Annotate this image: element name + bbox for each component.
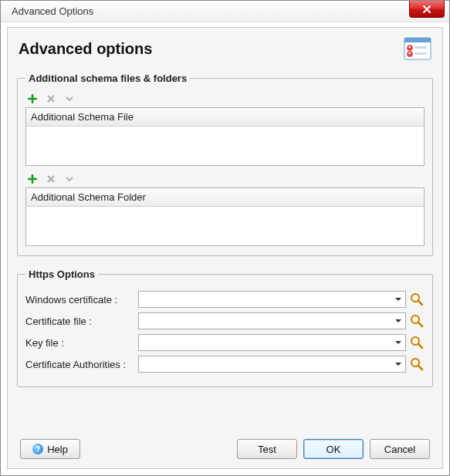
svg-point-9	[414, 318, 416, 320]
schema-folder-list[interactable]: Additional Schema Folder	[25, 187, 425, 246]
help-button[interactable]: ? Help	[20, 439, 80, 459]
row-certificate-file: Certificate file :	[25, 312, 425, 329]
dialog-content: Advanced options Additional schem	[1, 22, 449, 475]
key-file-dropdown[interactable]	[391, 335, 405, 350]
label-certificate-file: Certificate file :	[25, 316, 134, 327]
certificate-file-dropdown[interactable]	[391, 313, 405, 329]
page-title: Advanced options	[19, 40, 152, 58]
chevron-down-icon	[65, 94, 74, 103]
help-icon: ?	[32, 444, 43, 454]
test-button[interactable]: Test	[237, 439, 297, 459]
ok-button-label: OK	[327, 444, 341, 455]
close-icon	[422, 5, 431, 14]
key-file-input[interactable]	[138, 334, 406, 351]
schema-file-list[interactable]: Additional Schema File	[25, 107, 425, 166]
label-certificate-authorities: Certificate Authorities :	[25, 359, 134, 370]
svg-point-11	[414, 339, 416, 342]
folder-action-dropdown[interactable]	[64, 174, 75, 184]
x-icon	[46, 94, 56, 103]
chevron-down-icon	[394, 317, 402, 325]
https-fieldset: Https Options Windows certificate :	[17, 268, 433, 387]
https-legend: Https Options	[25, 268, 98, 280]
certificate-authorities-browse[interactable]	[409, 356, 425, 372]
search-icon	[410, 357, 424, 371]
remove-folder-button[interactable]	[46, 174, 56, 184]
search-icon	[410, 292, 424, 306]
dialog-header: Advanced options	[17, 35, 433, 68]
button-bar: ? Help Test OK Cancel	[17, 431, 433, 461]
chevron-down-icon	[394, 295, 402, 303]
svg-rect-5	[414, 52, 427, 55]
certificate-file-input[interactable]	[138, 312, 406, 329]
certificate-authorities-dropdown[interactable]	[391, 356, 405, 372]
remove-file-button[interactable]	[46, 93, 56, 104]
key-file-browse[interactable]	[409, 335, 425, 350]
title-bar: Advanced Options	[1, 1, 449, 22]
schema-folder-list-header: Additional Schema Folder	[26, 188, 424, 207]
window-title: Advanced Options	[12, 5, 93, 17]
chevron-down-icon	[65, 174, 74, 184]
windows-certificate-browse[interactable]	[409, 292, 425, 307]
row-certificate-authorities: Certificate Authorities :	[25, 356, 425, 373]
cancel-button[interactable]: Cancel	[370, 439, 430, 459]
schema-legend: Additional schema files & folders	[25, 73, 190, 84]
svg-rect-3	[414, 46, 427, 49]
schema-file-toolbar	[25, 90, 425, 107]
key-file-combo[interactable]	[138, 334, 406, 351]
windows-certificate-input[interactable]	[138, 291, 406, 308]
inner-panel: Advanced options Additional schem	[7, 27, 443, 469]
search-icon	[410, 336, 424, 349]
plus-icon	[28, 174, 37, 184]
add-file-button[interactable]	[27, 93, 38, 104]
ok-button[interactable]: OK	[303, 439, 364, 459]
certificate-authorities-input[interactable]	[138, 356, 406, 373]
svg-point-7	[414, 296, 416, 299]
help-button-label: Help	[47, 444, 68, 455]
plus-icon	[28, 94, 37, 103]
options-icon	[404, 37, 431, 60]
certificate-authorities-combo[interactable]	[138, 356, 406, 373]
x-icon	[46, 174, 56, 184]
windows-certificate-combo[interactable]	[138, 291, 406, 308]
certificate-file-browse[interactable]	[409, 313, 425, 329]
label-windows-certificate: Windows certificate :	[25, 294, 134, 306]
close-button[interactable]	[409, 1, 445, 18]
search-icon	[410, 314, 424, 328]
test-button-label: Test	[258, 444, 276, 455]
chevron-down-icon	[394, 360, 402, 368]
chevron-down-icon	[394, 339, 402, 346]
cancel-button-label: Cancel	[384, 444, 415, 455]
svg-rect-1	[404, 38, 431, 42]
svg-point-13	[414, 361, 416, 363]
add-folder-button[interactable]	[27, 174, 38, 184]
schema-fieldset: Additional schema files & folders	[17, 73, 433, 256]
row-key-file: Key file :	[25, 334, 425, 351]
windows-certificate-dropdown[interactable]	[391, 292, 405, 307]
dialog-window: Advanced Options Advanced options	[0, 0, 450, 476]
certificate-file-combo[interactable]	[138, 312, 406, 329]
row-windows-certificate: Windows certificate :	[25, 291, 425, 308]
file-action-dropdown[interactable]	[64, 93, 75, 104]
schema-folder-toolbar	[25, 170, 425, 187]
label-key-file: Key file :	[25, 337, 134, 349]
schema-file-list-header: Additional Schema File	[26, 108, 424, 127]
